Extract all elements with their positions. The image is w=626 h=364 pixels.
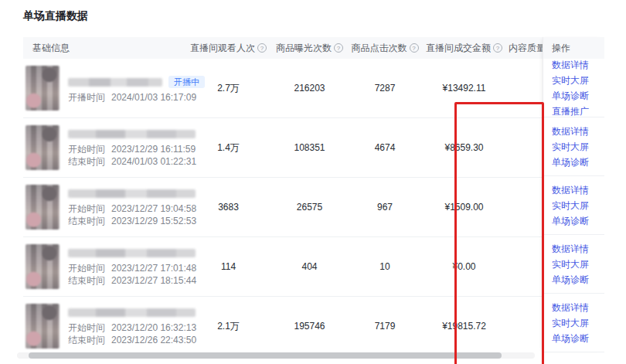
time-value: 2023/12/29 15:52:53	[111, 216, 196, 226]
time-label: 结束时间	[68, 156, 105, 167]
action-data-details[interactable]: 数据详情	[552, 300, 604, 315]
time-label: 结束时间	[68, 275, 105, 286]
action-data-details[interactable]: 数据详情	[552, 241, 604, 257]
col-header-viewers: 直播间观看人次?	[188, 42, 269, 55]
time-value: 2023/12/29 16:11:59	[111, 144, 196, 155]
action-session-diagnosis[interactable]: 单场诊断	[552, 213, 604, 229]
info-icon[interactable]: ?	[410, 43, 419, 53]
live-status-badge: 开播中	[168, 76, 205, 88]
start-time: 开始时间2023/12/20 16:32:13	[68, 321, 202, 334]
action-live-promotion[interactable]: 直播推广	[552, 104, 604, 119]
basic-info-cell: 开始时间2023/12/29 16:11:59结束时间2024/01/03 01…	[23, 118, 188, 177]
action-realtime-screen[interactable]: 实时大屏	[552, 73, 604, 88]
gmv-amount: ¥1509.00	[420, 178, 509, 236]
gmv-amount: ¥8659.30	[420, 118, 509, 177]
info-icon[interactable]: ?	[493, 43, 502, 53]
blurred-title	[68, 249, 196, 257]
table-header: 基础信息 直播间观看人次? 商品曝光次数? 商品点击次数? 直播间成交金额? 内…	[23, 37, 543, 59]
clicks-count: 10	[350, 237, 420, 296]
start-time: 开播时间2024/01/03 16:17:09	[68, 91, 205, 104]
row-actions: 数据详情实时大屏单场诊断	[543, 176, 604, 235]
action-session-diagnosis[interactable]: 单场诊断	[552, 155, 604, 170]
live-thumbnail	[26, 125, 60, 170]
col-header-quality: 内容质量	[509, 42, 543, 55]
time-value: 2024/01/03 16:17:09	[111, 92, 196, 103]
quality-cell	[509, 118, 543, 177]
row-basic-info: 开始时间2023/12/20 16:32:13结束时间2023/12/26 22…	[68, 297, 202, 352]
clicks-count: 4674	[350, 118, 420, 177]
col-header-gmv: 直播间成交金额?	[420, 42, 509, 55]
info-icon[interactable]: ?	[334, 43, 343, 53]
row-actions: 数据详情实时大屏单场诊断	[543, 294, 604, 352]
ops-column: 操作 数据详情实时大屏单场诊断直播推广数据详情实时大屏单场诊断数据详情实时大屏单…	[543, 37, 604, 352]
exposure-count: 26575	[269, 178, 350, 236]
action-realtime-screen[interactable]: 实时大屏	[552, 139, 604, 155]
row-actions: 数据详情实时大屏单场诊断直播推广	[543, 59, 604, 117]
blurred-title	[68, 189, 196, 198]
title-line	[68, 187, 202, 199]
time-value: 2023/12/27 18:15:44	[111, 275, 196, 286]
col-header-basic-info: 基础信息	[23, 42, 188, 55]
end-time: 结束时间2023/12/26 22:43:50	[68, 334, 202, 346]
time-label: 开始时间	[68, 322, 105, 333]
clicks-count: 7287	[350, 59, 420, 117]
row-basic-info: 开播中开播时间2024/01/03 16:17:09	[68, 59, 205, 117]
gmv-amount: ¥19815.72	[420, 297, 509, 352]
time-label: 开始时间	[68, 144, 105, 155]
table-row: 开播中开播时间2024/01/03 16:17:092.7万2162037287…	[23, 59, 543, 118]
row-basic-info: 开始时间2023/12/29 16:11:59结束时间2024/01/03 01…	[68, 118, 202, 177]
time-value: 2023/12/27 17:01:48	[111, 263, 196, 274]
horizontal-scrollbar[interactable]	[29, 352, 502, 359]
ops-rows: 数据详情实时大屏单场诊断直播推广数据详情实时大屏单场诊断数据详情实时大屏单场诊断…	[543, 59, 604, 352]
table-row: 开始时间2023/12/27 19:04:58结束时间2023/12/29 15…	[23, 178, 543, 237]
basic-info-cell: 开始时间2023/12/27 19:04:58结束时间2023/12/29 15…	[23, 178, 188, 236]
table-scroll-area: 基础信息 直播间观看人次? 商品曝光次数? 商品点击次数? 直播间成交金额? 内…	[23, 37, 543, 352]
table-row: 开始时间2023/12/20 16:32:13结束时间2023/12/26 22…	[23, 297, 543, 352]
time-value: 2023/12/20 16:32:13	[111, 322, 196, 333]
title-line	[68, 128, 202, 140]
start-time: 开始时间2023/12/27 17:01:48	[68, 262, 202, 274]
start-time: 开始时间2023/12/27 19:04:58	[68, 202, 202, 215]
action-realtime-screen[interactable]: 实时大屏	[552, 257, 604, 272]
live-thumbnail	[26, 66, 60, 111]
live-thumbnail	[26, 244, 60, 289]
col-header-actions: 操作	[543, 37, 604, 59]
time-value: 2023/12/27 19:04:58	[111, 203, 196, 214]
horizontal-scrollbar-track	[17, 352, 535, 359]
live-data-table: 基础信息 直播间观看人次? 商品曝光次数? 商品点击次数? 直播间成交金额? 内…	[23, 37, 604, 352]
action-session-diagnosis[interactable]: 单场诊断	[552, 331, 604, 346]
action-realtime-screen[interactable]: 实时大屏	[552, 315, 604, 331]
end-time: 结束时间2024/01/03 01:22:31	[68, 155, 202, 168]
action-session-diagnosis[interactable]: 单场诊断	[552, 272, 604, 287]
quality-cell	[509, 237, 543, 296]
time-label: 开始时间	[68, 263, 105, 274]
time-label: 结束时间	[68, 335, 105, 345]
row-basic-info: 开始时间2023/12/27 19:04:58结束时间2023/12/29 15…	[68, 178, 202, 236]
basic-info-cell: 开播中开播时间2024/01/03 16:17:09	[23, 59, 188, 117]
exposure-count: 108351	[269, 118, 350, 177]
col-header-clicks: 商品点击次数?	[350, 42, 420, 55]
title-line	[68, 306, 202, 318]
gmv-amount: ¥0.00	[420, 237, 509, 296]
info-icon[interactable]: ?	[257, 43, 267, 53]
action-realtime-screen[interactable]: 实时大屏	[552, 198, 604, 213]
row-basic-info: 开始时间2023/12/27 17:01:48结束时间2023/12/27 18…	[68, 237, 202, 296]
gmv-amount: ¥13492.11	[420, 59, 509, 117]
action-data-details[interactable]: 数据详情	[552, 182, 604, 198]
action-session-diagnosis[interactable]: 单场诊断	[552, 88, 604, 104]
action-data-details[interactable]: 数据详情	[552, 57, 604, 73]
table-row: 开始时间2023/12/29 16:11:59结束时间2024/01/03 01…	[23, 118, 543, 178]
start-time: 开始时间2023/12/29 16:11:59	[68, 143, 202, 155]
time-label: 开始时间	[68, 203, 105, 214]
blurred-title	[68, 308, 196, 317]
time-value: 2024/01/03 01:22:31	[111, 156, 196, 167]
time-label: 结束时间	[68, 216, 105, 226]
action-data-details[interactable]: 数据详情	[552, 124, 604, 139]
quality-cell	[509, 59, 543, 117]
exposure-count: 195746	[269, 297, 350, 352]
basic-info-cell: 开始时间2023/12/27 17:01:48结束时间2023/12/27 18…	[23, 237, 188, 296]
title-line	[68, 247, 202, 259]
blurred-title	[68, 78, 162, 87]
exposure-count: 216203	[269, 59, 350, 117]
title-line: 开播中	[68, 76, 205, 88]
